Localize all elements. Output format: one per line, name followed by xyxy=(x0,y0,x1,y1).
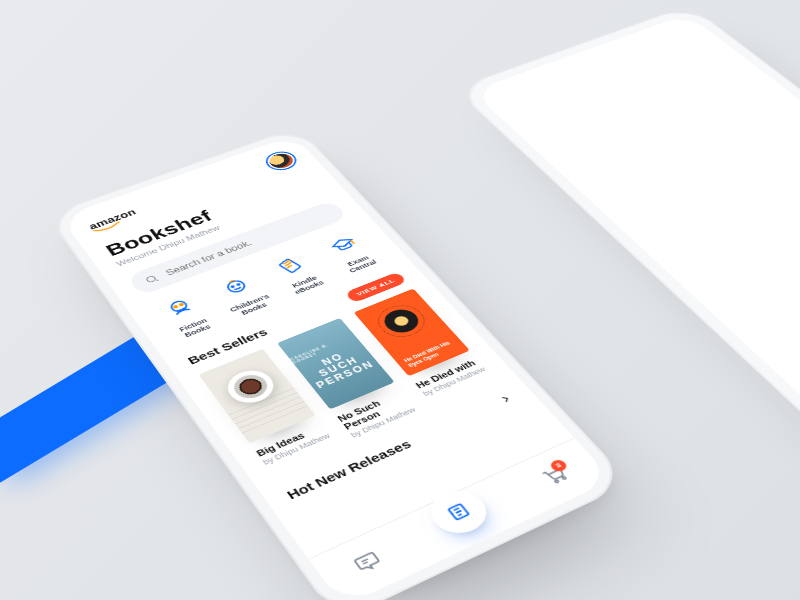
cover-text: He Died With His Eyes Open xyxy=(403,339,459,368)
svg-point-3 xyxy=(172,305,178,309)
svg-line-13 xyxy=(454,508,459,510)
tab-chat[interactable] xyxy=(350,548,386,578)
chat-icon xyxy=(350,548,384,575)
svg-point-0 xyxy=(146,275,157,282)
svg-point-6 xyxy=(231,286,234,288)
svg-line-1 xyxy=(155,279,158,281)
svg-point-4 xyxy=(178,302,184,306)
svg-point-16 xyxy=(554,479,558,482)
chevron-right-icon xyxy=(496,392,516,406)
svg-line-11 xyxy=(363,562,367,564)
svg-point-7 xyxy=(237,284,240,286)
tab-cart[interactable]: 3 xyxy=(538,463,574,490)
search-icon xyxy=(142,273,161,286)
svg-line-14 xyxy=(456,510,461,512)
svg-line-9 xyxy=(351,240,355,244)
brand-logo: amazon xyxy=(87,207,141,234)
svg-line-15 xyxy=(458,514,461,516)
book-icon xyxy=(442,499,476,524)
tab-library[interactable] xyxy=(420,483,496,540)
svg-point-5 xyxy=(225,279,247,294)
avatar[interactable] xyxy=(263,150,299,172)
hot-releases-more-button[interactable] xyxy=(496,392,518,409)
svg-point-17 xyxy=(562,476,566,479)
